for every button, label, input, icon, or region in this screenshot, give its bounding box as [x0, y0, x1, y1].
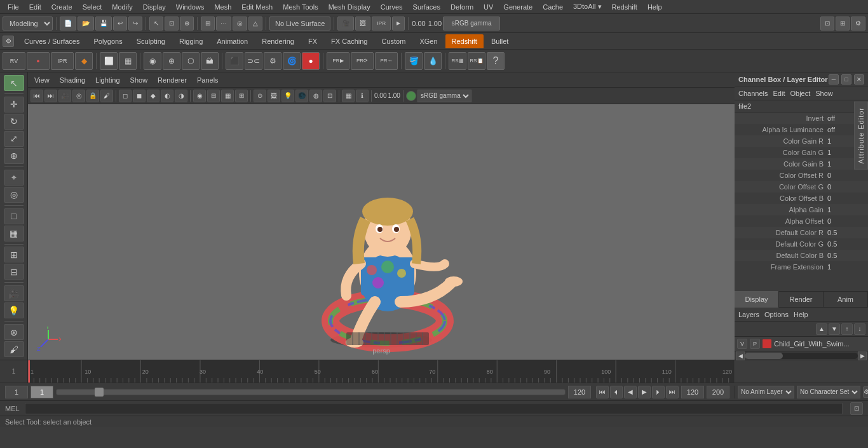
vp-wireframe[interactable]: ◻ — [119, 90, 132, 102]
shelf-ipr[interactable]: IPR — [51, 52, 74, 70]
vp-light-toggle[interactable]: 💡 — [281, 90, 294, 102]
gamma-select[interactable]: sRGB gamma — [417, 90, 471, 102]
paint-tool-btn[interactable]: ⊕ — [180, 17, 194, 31]
menu-deform[interactable]: Deform — [445, 2, 478, 12]
menu-surfaces[interactable]: Surfaces — [408, 2, 445, 12]
menu-select[interactable]: Select — [78, 2, 107, 12]
channel-row-11[interactable]: Default Color G0.5 — [735, 238, 868, 250]
shelf-spiral[interactable]: 🌀 — [283, 52, 301, 70]
rotate-tool[interactable]: ↻ — [4, 114, 24, 130]
channel-row-12[interactable]: Default Color B0.5 — [735, 250, 868, 261]
tab-settings-icon[interactable]: ⚙ — [3, 36, 14, 47]
layer-sort-btn[interactable]: ↓ — [854, 323, 865, 335]
vp-select-vert[interactable]: ◉ — [193, 90, 206, 102]
shelf-hatch[interactable]: ▦ — [119, 52, 137, 70]
vp-camera-angle[interactable]: ◎ — [72, 90, 85, 102]
vp-shadow[interactable]: 🌑 — [295, 90, 308, 102]
layer-visibility-toggle[interactable]: V — [737, 339, 747, 349]
menu-display[interactable]: Display — [138, 2, 171, 12]
vp-aa[interactable]: ⊡ — [323, 90, 336, 102]
shelf-rv[interactable]: RV — [3, 52, 25, 70]
channel-row-10[interactable]: Default Color R0.5 — [735, 227, 868, 238]
rp-tab-render[interactable]: Render — [779, 291, 824, 308]
shelf-terrain[interactable]: 🏔 — [201, 52, 219, 70]
tab-xgen[interactable]: XGen — [413, 34, 444, 48]
cb-menu-channels[interactable]: Channels — [738, 90, 768, 97]
menu-modify[interactable]: Modify — [107, 2, 137, 12]
play-last-btn[interactable]: ⏭ — [666, 386, 679, 398]
vp-menu-shading[interactable]: Shading — [56, 75, 89, 85]
channel-row-2[interactable]: Color Gain R1 — [735, 135, 868, 147]
vp-texture[interactable]: 🖼 — [268, 90, 280, 102]
shelf-sphere[interactable]: ◉ — [144, 52, 161, 70]
save-scene-btn[interactable]: 💾 — [95, 17, 112, 31]
face-btn[interactable]: ▦ — [4, 226, 24, 241]
channel-row-0[interactable]: Invertoff — [735, 112, 868, 124]
menu-edit[interactable]: Edit — [24, 2, 46, 12]
snap-surface-btn[interactable]: △ — [248, 17, 262, 31]
layer-playback-toggle[interactable]: P — [750, 339, 760, 349]
menu-cache[interactable]: Cache — [538, 2, 568, 12]
shelf-mat2[interactable]: RS📋 — [468, 52, 485, 70]
vp-menu-lighting[interactable]: Lighting — [92, 75, 124, 85]
vp-menu-panels[interactable]: Panels — [193, 75, 222, 85]
soft-sel-tool[interactable]: ◎ — [4, 187, 24, 203]
vp-select-face[interactable]: ▦ — [221, 90, 234, 102]
layer-remove-btn[interactable]: ↑ — [841, 323, 853, 335]
cb-close[interactable]: ✕ — [854, 74, 864, 85]
play-fwd-btn[interactable]: ▶ — [638, 386, 651, 398]
menu-redshift[interactable]: Redshift — [607, 2, 642, 12]
shelf-pr1[interactable]: PR▶ — [327, 52, 349, 70]
snap-to-btn[interactable]: ⊞ — [4, 247, 24, 262]
open-scene-btn[interactable]: 📂 — [78, 17, 94, 31]
select-tool-btn[interactable]: ↖ — [149, 17, 163, 31]
vp-cam-next[interactable]: ⏭ — [44, 90, 57, 102]
snap-curve-btn[interactable]: ⋯ — [216, 17, 231, 31]
move-tool[interactable]: ✛ — [4, 97, 24, 112]
cb-menu-show[interactable]: Show — [815, 90, 833, 97]
vp-lock[interactable]: 🔒 — [86, 90, 99, 102]
anim-layer-select[interactable]: No Anim Layer — [738, 386, 794, 398]
char-set-select[interactable]: No Character Set — [797, 386, 860, 398]
vp-menu-show[interactable]: Show — [126, 75, 152, 85]
timeline-ruler[interactable]: 1 10 20 30 40 50 60 70 80 90 100 110 120 — [28, 360, 735, 383]
ipr-btn[interactable]: IPR — [372, 17, 391, 31]
outline-btn[interactable]: □ — [4, 208, 24, 224]
scroll-right-btn[interactable]: ▶ — [858, 351, 867, 360]
channel-row-5[interactable]: Color Offset R0 — [735, 170, 868, 181]
shelf-drop[interactable]: 💧 — [424, 52, 442, 70]
mel-input[interactable] — [25, 403, 843, 414]
new-scene-btn[interactable]: 📄 — [60, 17, 76, 31]
playback-max-input[interactable] — [707, 386, 729, 398]
tab-rigging[interactable]: Rigging — [173, 34, 209, 48]
vp-cam-prev[interactable]: ⏮ — [31, 90, 43, 102]
channel-row-9[interactable]: Alpha Offset0 — [735, 215, 868, 227]
vp-grid-toggle[interactable]: ▦ — [342, 90, 355, 102]
playback-end-input[interactable] — [681, 386, 704, 398]
vp-select-uv[interactable]: ⊞ — [235, 90, 248, 102]
channel-row-6[interactable]: Color Offset G0 — [735, 181, 868, 193]
show-manip-tool[interactable]: ⊕ — [4, 148, 24, 164]
tab-animation[interactable]: Animation — [210, 34, 254, 48]
channel-row-4[interactable]: Color Gain B1 — [735, 158, 868, 170]
lasso-tool[interactable]: ⌖ — [4, 170, 24, 186]
menu-edit-mesh[interactable]: Edit Mesh — [236, 2, 278, 12]
camera-btn[interactable]: 🎥 — [337, 17, 354, 31]
cb-minimize[interactable]: ─ — [829, 74, 839, 85]
gamma-mode-btn[interactable]: sRGB gamma — [443, 17, 500, 31]
menu-create[interactable]: Create — [46, 2, 78, 12]
shelf-plus[interactable]: ⊕ — [163, 52, 180, 70]
scale-tool[interactable]: ⤢ — [4, 131, 24, 147]
shelf-rs1[interactable]: ◆ — [75, 52, 93, 70]
vp-shade[interactable]: ◐ — [161, 90, 173, 102]
vp-shade-wire[interactable]: ◑ — [175, 90, 187, 102]
menu-uv[interactable]: UV — [478, 2, 498, 12]
panel-settings-btn[interactable]: ⚙ — [851, 17, 865, 31]
channel-row-8[interactable]: Alpha Gain1 — [735, 204, 868, 215]
vp-paint[interactable]: 🖌 — [100, 90, 113, 102]
rp-tab-display[interactable]: Display — [735, 291, 779, 308]
vp-color-mode[interactable] — [406, 91, 416, 101]
cb-maximize[interactable]: □ — [841, 74, 851, 85]
range-slider-thumb[interactable] — [95, 388, 104, 397]
shelf-ball[interactable]: ● — [302, 52, 320, 70]
